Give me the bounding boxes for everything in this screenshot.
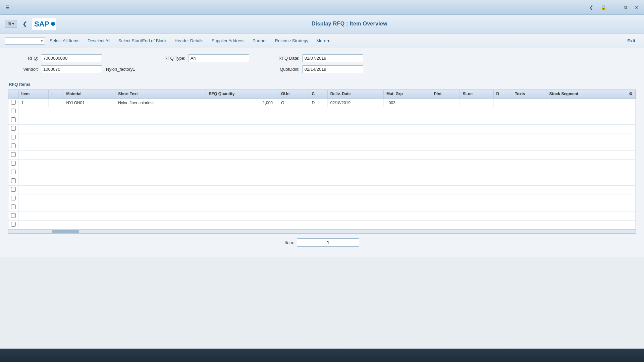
row-checkbox-cell[interactable] <box>8 133 18 142</box>
empty-cell <box>18 177 636 186</box>
col-c[interactable]: C <box>309 90 327 98</box>
row-checkbox[interactable] <box>11 178 16 183</box>
header-details-btn[interactable]: Header Details <box>171 37 207 45</box>
nav-left: ⊞ ▾ ❮ SAP <box>5 18 56 30</box>
minimize-btn[interactable]: _ <box>612 4 619 11</box>
row-rfq-qty: 1,000 <box>206 98 278 107</box>
row-checkbox-cell[interactable] <box>8 107 18 116</box>
row-checkbox-cell[interactable] <box>8 177 18 186</box>
back-window-btn[interactable]: ❮ <box>587 4 595 11</box>
row-checkbox[interactable] <box>11 143 16 148</box>
col-d[interactable]: D <box>493 90 512 98</box>
row-checkbox-cell[interactable] <box>8 160 18 168</box>
rfq-label: RFQ: <box>8 56 38 61</box>
table-container[interactable]: Item I Material Short Text RFQ Quantity … <box>8 90 636 229</box>
rfq-type-input[interactable] <box>188 54 249 62</box>
row-checkbox-cell[interactable] <box>8 186 18 194</box>
row-item: 1 <box>18 98 49 107</box>
col-checkbox <box>8 90 18 98</box>
restore-btn[interactable]: ⧉ <box>622 4 629 11</box>
hamburger-menu-icon[interactable]: ☰ <box>3 4 12 11</box>
empty-cell <box>18 142 636 151</box>
empty-cell <box>18 116 636 125</box>
row-checkbox-cell[interactable] <box>8 116 18 125</box>
select-start-end-btn[interactable]: Select Start/End of Block <box>115 37 170 45</box>
col-rfq-qty[interactable]: RFQ Quantity <box>206 90 278 98</box>
row-checkbox-cell[interactable] <box>8 221 18 229</box>
row-checkbox-cell[interactable] <box>8 194 18 203</box>
col-settings[interactable]: ⚙ <box>626 90 636 98</box>
lock-btn[interactable]: 🔒 <box>599 4 608 11</box>
col-mat-grp[interactable]: Mat. Grp <box>384 90 431 98</box>
rfq-date-input[interactable] <box>302 54 363 62</box>
col-item[interactable]: Item <box>18 90 49 98</box>
form-col-middle: RFQ Type: <box>155 54 249 65</box>
col-sloc[interactable]: SLoc <box>460 90 493 98</box>
rfq-date-row: RFQ Date: <box>269 54 363 62</box>
row-checkbox[interactable] <box>11 152 16 157</box>
vendor-input[interactable] <box>41 65 102 73</box>
more-btn[interactable]: More ▾ <box>313 37 333 45</box>
horizontal-scrollbar-thumb[interactable] <box>52 230 79 233</box>
rfq-input[interactable] <box>41 54 102 62</box>
row-checkbox[interactable] <box>11 100 16 105</box>
item-input[interactable] <box>297 238 359 247</box>
col-short-text[interactable]: Short Text <box>115 90 206 98</box>
table-row <box>8 212 636 221</box>
row-checkbox[interactable] <box>11 117 16 122</box>
row-checkbox[interactable] <box>11 170 16 174</box>
exit-btn[interactable]: Exit <box>623 37 639 45</box>
row-checkbox[interactable] <box>11 187 16 192</box>
row-checkbox-cell[interactable] <box>8 98 18 107</box>
rfq-items-header: RFQ Items <box>8 82 636 87</box>
row-material: NYLON01 <box>63 98 115 107</box>
row-checkbox-cell[interactable] <box>8 151 18 160</box>
col-plnt[interactable]: Plnt <box>431 90 460 98</box>
settings-icon[interactable]: ⚙ <box>629 92 633 96</box>
row-checkbox-cell[interactable] <box>8 125 18 133</box>
rfq-date-label: RFQ Date: <box>269 56 300 61</box>
vendor-name: Nylon_factory1 <box>106 67 135 72</box>
row-checkbox[interactable] <box>11 135 16 139</box>
deselect-all-btn[interactable]: Deselect All <box>84 37 114 45</box>
col-deliv-date[interactable]: Deliv. Date <box>327 90 383 98</box>
row-indicator <box>49 98 63 107</box>
nav-icon-chevron: ▾ <box>12 21 14 26</box>
col-indicator[interactable]: I <box>49 90 63 98</box>
table-row <box>8 160 636 168</box>
table-row <box>8 133 636 142</box>
close-btn[interactable]: ✕ <box>633 4 641 11</box>
empty-cell <box>18 186 636 194</box>
empty-cell <box>18 212 636 221</box>
col-texts[interactable]: Texts <box>512 90 546 98</box>
row-checkbox[interactable] <box>11 213 16 218</box>
status-bar <box>0 349 644 362</box>
row-checkbox-cell[interactable] <box>8 168 18 177</box>
select-all-items-btn[interactable]: Select All Items <box>46 37 83 45</box>
row-checkbox-cell[interactable] <box>8 203 18 212</box>
row-checkbox[interactable] <box>11 204 16 209</box>
bottom-bar: Item: <box>8 234 636 251</box>
row-checkbox-cell[interactable] <box>8 212 18 221</box>
row-checkbox[interactable] <box>11 222 16 227</box>
horizontal-scrollbar[interactable] <box>8 229 636 233</box>
partner-btn[interactable]: Partner <box>249 37 270 45</box>
release-strategy-btn[interactable]: Release Strategy <box>272 37 312 45</box>
empty-cell <box>18 203 636 212</box>
title-bar: ☰ ❮ 🔒 _ ⧉ ✕ <box>0 0 644 15</box>
row-checkbox[interactable] <box>11 196 16 200</box>
quot-ddln-input[interactable] <box>302 65 363 73</box>
nav-icon-btn[interactable]: ⊞ ▾ <box>5 20 17 28</box>
row-checkbox[interactable] <box>11 126 16 131</box>
row-checkbox-cell[interactable] <box>8 142 18 151</box>
supplier-address-btn[interactable]: Supplier Address <box>208 37 248 45</box>
row-checkbox[interactable] <box>11 161 16 166</box>
row-checkbox[interactable] <box>11 109 16 113</box>
svg-text:SAP: SAP <box>34 20 49 28</box>
item-select[interactable] <box>5 37 45 45</box>
col-material[interactable]: Material <box>63 90 115 98</box>
col-oun[interactable]: OUn <box>278 90 309 98</box>
back-button[interactable]: ❮ <box>20 20 30 28</box>
col-stock-segment[interactable]: Stock Segment <box>546 90 626 98</box>
item-dropdown-wrapper[interactable] <box>5 37 45 45</box>
